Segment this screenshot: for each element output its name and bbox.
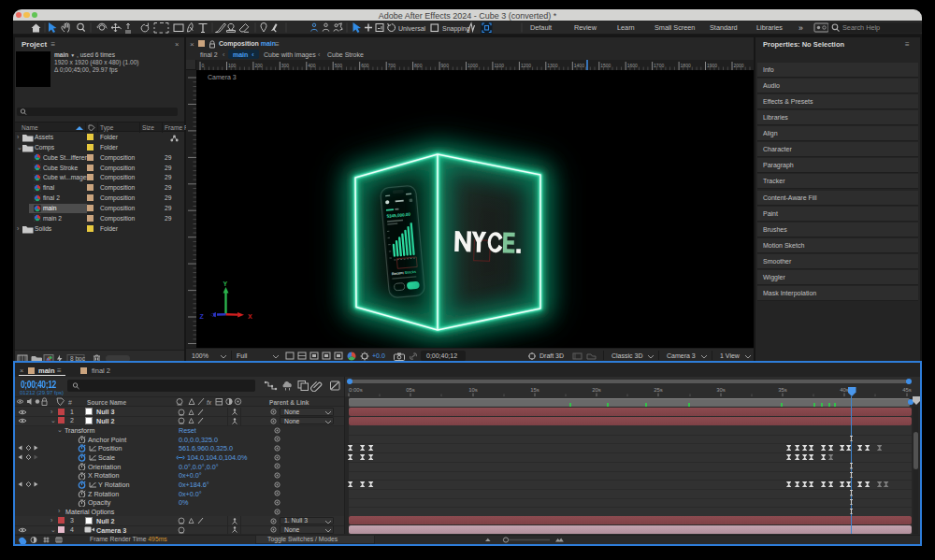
svg-text:Source Name: Source Name xyxy=(87,399,126,406)
svg-text:Snapping: Snapping xyxy=(442,25,470,33)
svg-text:Standard: Standard xyxy=(710,23,738,32)
svg-text:500: 500 xyxy=(335,63,343,68)
svg-text:X: X xyxy=(248,313,252,320)
svg-text:20s: 20s xyxy=(592,387,601,393)
svg-text:10s: 10s xyxy=(468,387,478,393)
svg-text:1800: 1800 xyxy=(681,63,691,68)
svg-text:fx: fx xyxy=(207,399,212,406)
svg-text:45s: 45s xyxy=(902,387,912,393)
svg-text:25s: 25s xyxy=(654,387,663,393)
svg-text:1300: 1300 xyxy=(547,63,557,68)
svg-text:Learn: Learn xyxy=(617,23,635,32)
svg-text:1200: 1200 xyxy=(521,63,531,68)
svg-text:300: 300 xyxy=(281,63,290,68)
svg-text:35s: 35s xyxy=(778,387,787,393)
svg-text:800: 800 xyxy=(414,63,423,68)
svg-text:#: # xyxy=(68,399,72,406)
svg-text:900: 900 xyxy=(441,63,450,68)
svg-text:30s: 30s xyxy=(716,387,726,393)
svg-text:1900: 1900 xyxy=(707,63,717,68)
svg-text:700: 700 xyxy=(388,63,396,68)
svg-text:Y: Y xyxy=(223,280,228,287)
svg-text:1000: 1000 xyxy=(468,63,478,68)
svg-text:2000: 2000 xyxy=(734,63,744,68)
svg-text:Parent & Link: Parent & Link xyxy=(269,399,309,406)
svg-text:Small Screen: Small Screen xyxy=(654,23,695,32)
svg-text:Default: Default xyxy=(530,23,552,32)
svg-text:Libraries: Libraries xyxy=(756,23,783,32)
svg-text:400: 400 xyxy=(308,63,316,68)
svg-text:»: » xyxy=(798,23,803,33)
svg-text:15s: 15s xyxy=(530,387,539,393)
svg-text:0:00s: 0:00s xyxy=(349,387,363,393)
svg-text:1400: 1400 xyxy=(574,63,584,68)
svg-text:600: 600 xyxy=(361,63,369,68)
svg-text:Universal: Universal xyxy=(398,25,426,32)
svg-text:1700: 1700 xyxy=(654,63,664,68)
svg-text:Z: Z xyxy=(200,313,205,320)
svg-text:1500: 1500 xyxy=(600,63,611,68)
svg-text:05s: 05s xyxy=(406,387,415,393)
svg-text:100: 100 xyxy=(228,63,237,68)
svg-text:1600: 1600 xyxy=(627,63,638,68)
svg-text:Review: Review xyxy=(574,23,597,32)
svg-text:Search Help: Search Help xyxy=(842,23,880,32)
svg-text:200: 200 xyxy=(254,63,263,68)
svg-text:40s: 40s xyxy=(840,387,849,393)
svg-text:1100: 1100 xyxy=(494,63,504,68)
svg-text:0: 0 xyxy=(202,63,205,68)
